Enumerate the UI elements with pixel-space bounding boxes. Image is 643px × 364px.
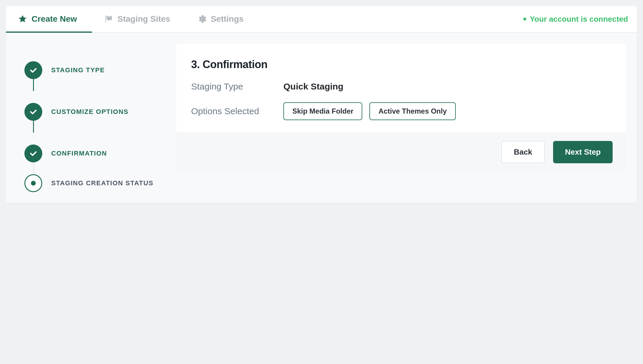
check-icon bbox=[24, 103, 42, 121]
chip-skip-media-folder: Skip Media Folder bbox=[283, 102, 362, 120]
tabs-header: Create New Staging Sites Settings Your a… bbox=[6, 6, 637, 33]
panel-footer: Back Next Step bbox=[176, 132, 626, 172]
next-step-button[interactable]: Next Step bbox=[553, 141, 613, 163]
check-icon bbox=[24, 145, 42, 162]
panel-title: 3. Confirmation bbox=[191, 58, 611, 71]
label-options-selected: Options Selected bbox=[191, 106, 271, 116]
step-label: CONFIRMATION bbox=[51, 150, 107, 157]
chip-active-themes-only: Active Themes Only bbox=[369, 102, 455, 120]
tab-staging-sites[interactable]: Staging Sites bbox=[92, 6, 185, 33]
step-label: CUSTOMIZE OPTIONS bbox=[51, 108, 129, 116]
status-dot-icon bbox=[523, 18, 526, 21]
chips-container: Skip Media Folder Active Themes Only bbox=[283, 102, 456, 120]
account-status-text: Your account is connected bbox=[530, 15, 628, 24]
stepper: STAGING TYPE CUSTOMIZE OPTIONS CONFIRMAT… bbox=[17, 43, 166, 192]
tab-label: Staging Sites bbox=[118, 14, 170, 24]
gear-icon bbox=[197, 14, 207, 24]
pending-step-icon bbox=[24, 174, 42, 192]
content-body: STAGING TYPE CUSTOMIZE OPTIONS CONFIRMAT… bbox=[6, 33, 637, 203]
row-staging-type: Staging Type Quick Staging bbox=[191, 81, 611, 92]
step-label: STAGING CREATION STATUS bbox=[51, 179, 153, 187]
flag-icon bbox=[104, 14, 113, 24]
value-staging-type: Quick Staging bbox=[283, 81, 344, 92]
star-icon bbox=[18, 14, 27, 24]
step-label: STAGING TYPE bbox=[51, 66, 105, 74]
row-options-selected: Options Selected Skip Media Folder Activ… bbox=[191, 102, 611, 120]
tab-settings[interactable]: Settings bbox=[185, 6, 258, 33]
panel-body: 3. Confirmation Staging Type Quick Stagi… bbox=[176, 43, 626, 132]
step-confirmation: CONFIRMATION bbox=[24, 133, 166, 174]
label-staging-type: Staging Type bbox=[191, 81, 271, 92]
step-customize-options: CUSTOMIZE OPTIONS bbox=[24, 91, 166, 133]
tab-label: Create New bbox=[32, 14, 77, 24]
step-staging-creation-status: STAGING CREATION STATUS bbox=[24, 174, 166, 192]
main-card: Create New Staging Sites Settings Your a… bbox=[6, 6, 637, 203]
back-button[interactable]: Back bbox=[501, 141, 545, 163]
tab-label: Settings bbox=[211, 14, 244, 24]
step-staging-type: STAGING TYPE bbox=[24, 49, 166, 91]
check-icon bbox=[24, 61, 42, 79]
confirmation-panel: 3. Confirmation Staging Type Quick Stagi… bbox=[176, 43, 626, 172]
account-status: Your account is connected bbox=[523, 15, 628, 24]
tab-create-new[interactable]: Create New bbox=[6, 6, 92, 33]
tabs: Create New Staging Sites Settings bbox=[6, 6, 258, 32]
